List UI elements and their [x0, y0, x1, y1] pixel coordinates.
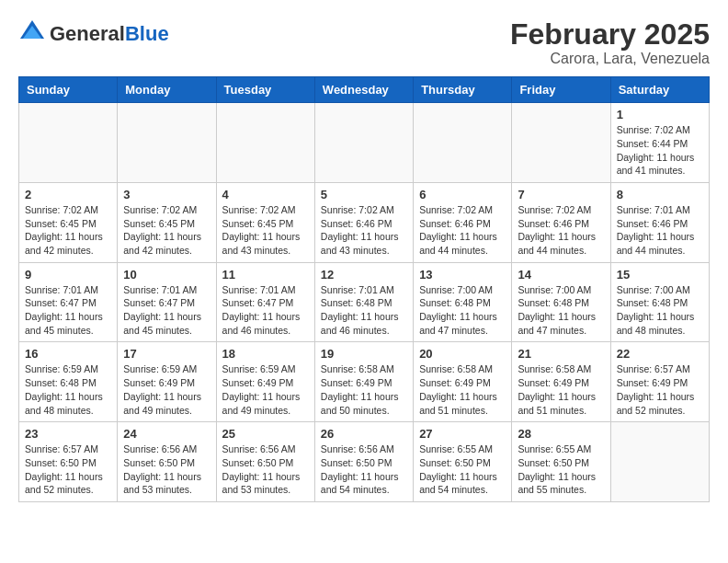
- location-title: Carora, Lara, Venezuela: [510, 51, 710, 67]
- day-number: 6: [419, 188, 506, 201]
- logo-general: General: [50, 22, 125, 45]
- day-info: Sunrise: 7:02 AMSunset: 6:44 PMDaylight:…: [617, 123, 703, 178]
- day-number: 8: [617, 188, 703, 201]
- calendar-cell: 6Sunrise: 7:02 AMSunset: 6:46 PMDaylight…: [414, 182, 512, 262]
- logo: GeneralBlue: [18, 18, 169, 50]
- day-number: 25: [222, 427, 309, 441]
- day-number: 7: [518, 188, 604, 201]
- calendar-cell: 3Sunrise: 7:02 AMSunset: 6:45 PMDaylight…: [118, 182, 216, 262]
- day-info: Sunrise: 7:00 AMSunset: 6:48 PMDaylight:…: [518, 283, 604, 338]
- logo-blue: Blue: [125, 22, 169, 45]
- calendar-cell: 16Sunrise: 6:59 AMSunset: 6:48 PMDayligh…: [19, 342, 118, 422]
- day-info: Sunrise: 7:02 AMSunset: 6:45 PMDaylight:…: [222, 203, 309, 258]
- month-title: February 2025: [510, 18, 710, 51]
- day-info: Sunrise: 6:57 AMSunset: 6:49 PMDaylight:…: [617, 362, 703, 417]
- logo-graphic: [18, 18, 46, 50]
- calendar-cell: [610, 422, 709, 502]
- calendar-cell: [414, 103, 512, 183]
- calendar-cell: 8Sunrise: 7:01 AMSunset: 6:46 PMDaylight…: [610, 182, 709, 262]
- calendar-cell: 1Sunrise: 7:02 AMSunset: 6:44 PMDaylight…: [610, 103, 709, 183]
- day-number: 20: [419, 347, 506, 361]
- calendar-cell: 26Sunrise: 6:56 AMSunset: 6:50 PMDayligh…: [314, 422, 413, 502]
- day-info: Sunrise: 6:58 AMSunset: 6:49 PMDaylight:…: [321, 362, 407, 417]
- calendar-week-5: 23Sunrise: 6:57 AMSunset: 6:50 PMDayligh…: [19, 422, 710, 502]
- day-number: 27: [419, 427, 506, 441]
- day-number: 22: [617, 347, 703, 361]
- calendar-cell: 13Sunrise: 7:00 AMSunset: 6:48 PMDayligh…: [414, 262, 512, 342]
- calendar-cell: 2Sunrise: 7:02 AMSunset: 6:45 PMDaylight…: [19, 182, 118, 262]
- day-info: Sunrise: 6:55 AMSunset: 6:50 PMDaylight:…: [419, 442, 506, 497]
- day-info: Sunrise: 7:01 AMSunset: 6:47 PMDaylight:…: [222, 283, 309, 338]
- day-info: Sunrise: 6:59 AMSunset: 6:49 PMDaylight:…: [222, 362, 309, 417]
- day-info: Sunrise: 7:01 AMSunset: 6:46 PMDaylight:…: [617, 203, 703, 258]
- day-number: 5: [321, 188, 407, 201]
- calendar-cell: [19, 103, 118, 183]
- day-number: 4: [222, 188, 309, 201]
- day-number: 18: [222, 347, 309, 361]
- calendar-cell: [216, 103, 314, 183]
- day-info: Sunrise: 7:02 AMSunset: 6:45 PMDaylight:…: [25, 203, 111, 258]
- day-info: Sunrise: 7:01 AMSunset: 6:47 PMDaylight:…: [123, 283, 210, 338]
- day-number: 14: [518, 268, 604, 282]
- calendar-cell: 5Sunrise: 7:02 AMSunset: 6:46 PMDaylight…: [314, 182, 413, 262]
- day-number: 10: [123, 268, 210, 282]
- calendar-title-area: February 2025 Carora, Lara, Venezuela: [510, 18, 710, 67]
- day-number: 15: [617, 268, 703, 282]
- day-number: 3: [123, 188, 210, 201]
- day-number: 17: [123, 347, 210, 361]
- calendar-cell: 19Sunrise: 6:58 AMSunset: 6:49 PMDayligh…: [314, 342, 413, 422]
- header-friday: Friday: [512, 77, 610, 103]
- calendar-cell: [314, 103, 413, 183]
- calendar-cell: 27Sunrise: 6:55 AMSunset: 6:50 PMDayligh…: [414, 422, 512, 502]
- day-number: 9: [25, 268, 111, 282]
- calendar-cell: 17Sunrise: 6:59 AMSunset: 6:49 PMDayligh…: [118, 342, 216, 422]
- calendar-cell: 9Sunrise: 7:01 AMSunset: 6:47 PMDaylight…: [19, 262, 118, 342]
- calendar-cell: 22Sunrise: 6:57 AMSunset: 6:49 PMDayligh…: [610, 342, 709, 422]
- calendar-cell: 24Sunrise: 6:56 AMSunset: 6:50 PMDayligh…: [118, 422, 216, 502]
- day-number: 26: [321, 427, 407, 441]
- day-info: Sunrise: 7:01 AMSunset: 6:48 PMDaylight:…: [321, 283, 407, 338]
- day-info: Sunrise: 6:58 AMSunset: 6:49 PMDaylight:…: [518, 362, 604, 417]
- header-sunday: Sunday: [19, 77, 118, 103]
- calendar-week-1: 1Sunrise: 7:02 AMSunset: 6:44 PMDaylight…: [19, 103, 710, 183]
- calendar-week-3: 9Sunrise: 7:01 AMSunset: 6:47 PMDaylight…: [19, 262, 710, 342]
- day-info: Sunrise: 7:02 AMSunset: 6:46 PMDaylight:…: [518, 203, 604, 258]
- header-saturday: Saturday: [610, 77, 709, 103]
- logo-icon: [18, 18, 46, 46]
- day-info: Sunrise: 6:57 AMSunset: 6:50 PMDaylight:…: [25, 442, 111, 497]
- header-tuesday: Tuesday: [216, 77, 314, 103]
- day-number: 19: [321, 347, 407, 361]
- day-number: 24: [123, 427, 210, 441]
- calendar-cell: 21Sunrise: 6:58 AMSunset: 6:49 PMDayligh…: [512, 342, 610, 422]
- day-info: Sunrise: 7:02 AMSunset: 6:46 PMDaylight:…: [419, 203, 506, 258]
- calendar-cell: 7Sunrise: 7:02 AMSunset: 6:46 PMDaylight…: [512, 182, 610, 262]
- day-number: 21: [518, 347, 604, 361]
- day-number: 23: [25, 427, 111, 441]
- calendar-table: SundayMondayTuesdayWednesdayThursdayFrid…: [18, 76, 710, 502]
- day-info: Sunrise: 6:56 AMSunset: 6:50 PMDaylight:…: [123, 442, 210, 497]
- calendar-week-2: 2Sunrise: 7:02 AMSunset: 6:45 PMDaylight…: [19, 182, 710, 262]
- day-number: 28: [518, 427, 604, 441]
- calendar-cell: 25Sunrise: 6:56 AMSunset: 6:50 PMDayligh…: [216, 422, 314, 502]
- day-number: 16: [25, 347, 111, 361]
- day-info: Sunrise: 6:55 AMSunset: 6:50 PMDaylight:…: [518, 442, 604, 497]
- day-info: Sunrise: 6:59 AMSunset: 6:49 PMDaylight:…: [123, 362, 210, 417]
- calendar-cell: 11Sunrise: 7:01 AMSunset: 6:47 PMDayligh…: [216, 262, 314, 342]
- day-number: 12: [321, 268, 407, 282]
- calendar-cell: 23Sunrise: 6:57 AMSunset: 6:50 PMDayligh…: [19, 422, 118, 502]
- calendar-cell: 28Sunrise: 6:55 AMSunset: 6:50 PMDayligh…: [512, 422, 610, 502]
- calendar-cell: 4Sunrise: 7:02 AMSunset: 6:45 PMDaylight…: [216, 182, 314, 262]
- day-number: 13: [419, 268, 506, 282]
- page-header: GeneralBlue February 2025 Carora, Lara, …: [18, 18, 710, 67]
- calendar-cell: 20Sunrise: 6:58 AMSunset: 6:49 PMDayligh…: [414, 342, 512, 422]
- calendar-cell: 14Sunrise: 7:00 AMSunset: 6:48 PMDayligh…: [512, 262, 610, 342]
- day-number: 11: [222, 268, 309, 282]
- header-thursday: Thursday: [414, 77, 512, 103]
- day-info: Sunrise: 7:00 AMSunset: 6:48 PMDaylight:…: [617, 283, 703, 338]
- calendar-cell: 15Sunrise: 7:00 AMSunset: 6:48 PMDayligh…: [610, 262, 709, 342]
- day-number: 2: [25, 188, 111, 201]
- day-info: Sunrise: 7:00 AMSunset: 6:48 PMDaylight:…: [419, 283, 506, 338]
- day-info: Sunrise: 6:59 AMSunset: 6:48 PMDaylight:…: [25, 362, 111, 417]
- calendar-header-row: SundayMondayTuesdayWednesdayThursdayFrid…: [19, 77, 710, 103]
- calendar-cell: 18Sunrise: 6:59 AMSunset: 6:49 PMDayligh…: [216, 342, 314, 422]
